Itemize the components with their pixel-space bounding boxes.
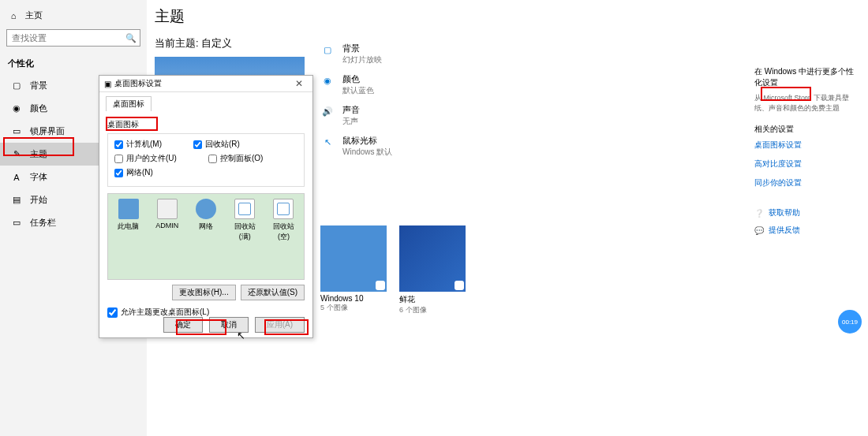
- get-help-link[interactable]: ❔获取帮助: [754, 207, 859, 218]
- network-icon: [196, 199, 216, 219]
- feedback-link[interactable]: 💬提供反馈: [754, 225, 859, 236]
- right-desc: 从 Microsoft Store 下载兼具壁纸、声音和颜色的免费主题: [754, 93, 859, 113]
- current-theme-label: 当前主题: 自定义: [155, 33, 868, 57]
- link-desktop-icons[interactable]: 桌面图标设置: [754, 140, 859, 151]
- desktop-icon-settings-dialog: ▣ 桌面图标设置 ✕ 桌面图标 桌面图标 计算机(M) 回收站(R) 用户的文件…: [99, 75, 313, 338]
- search-box[interactable]: 🔍: [6, 29, 140, 47]
- preview-this-pc[interactable]: 此电脑: [114, 199, 142, 232]
- opt-cursor[interactable]: ↖鼠标光标Windows 默认: [320, 135, 392, 158]
- opt-sound[interactable]: 🔊声音无声: [320, 104, 392, 127]
- link-sync[interactable]: 同步你的设置: [754, 177, 859, 188]
- related-settings-label: 相关的设置: [754, 124, 859, 135]
- taskbar-icon: ▭: [11, 218, 22, 229]
- image-icon: ▢: [320, 43, 335, 57]
- dialog-close-button[interactable]: ✕: [290, 78, 308, 89]
- theme-thumb: [399, 225, 466, 292]
- recycle-empty-icon: [273, 199, 294, 219]
- restore-defaults-button[interactable]: 还原默认值(S): [241, 285, 305, 300]
- dialog-footer: 确定 取消 应用(A): [163, 317, 305, 333]
- page-title: 主题: [155, 3, 868, 33]
- recording-timer: 00:19: [838, 310, 862, 334]
- chk-recycle[interactable]: 回收站(R): [193, 139, 240, 150]
- tab-desktop-icons[interactable]: 桌面图标: [106, 96, 152, 111]
- preview-network[interactable]: 网络: [192, 199, 219, 232]
- user-folder-icon: [157, 199, 178, 219]
- link-high-contrast[interactable]: 高对比度设置: [754, 158, 859, 170]
- dialog-title-text: 桌面图标设置: [114, 78, 162, 89]
- allow-theme-change[interactable]: 允许主题更改桌面图标(L): [107, 307, 305, 318]
- recycle-full-icon: [234, 199, 255, 219]
- theme-options: ▢背景幻灯片放映 ◉颜色默认蓝色 🔊声音无声 ↖鼠标光标Windows 默认: [320, 43, 392, 166]
- chk-computer[interactable]: 计算机(M): [114, 139, 162, 150]
- image-icon: ▢: [11, 80, 22, 91]
- sound-icon: 🔊: [320, 104, 335, 118]
- theme-card-flowers[interactable]: 鲜花6 个图像: [399, 225, 466, 315]
- help-icon: ❔: [754, 209, 764, 218]
- cancel-button[interactable]: 取消: [209, 317, 249, 333]
- feedback-icon: 💬: [754, 226, 764, 235]
- font-icon: A: [11, 172, 22, 183]
- theme-icon: ✎: [11, 149, 22, 160]
- apply-button[interactable]: 应用(A): [255, 317, 305, 333]
- computer-icon: [118, 199, 139, 219]
- chk-network[interactable]: 网络(N): [114, 167, 153, 178]
- preview-admin[interactable]: ADMIN: [153, 199, 181, 229]
- right-title: 在 Windows 中进行更多个性化设置: [754, 66, 859, 88]
- lock-icon: ▭: [11, 126, 22, 137]
- change-icon-button[interactable]: 更改图标(H)...: [172, 285, 235, 300]
- group-label: 桌面图标: [107, 119, 305, 130]
- theme-card-windows10[interactable]: Windows 105 个图像: [320, 225, 387, 315]
- color-icon: ◉: [320, 73, 335, 88]
- chk-userfiles[interactable]: 用户的文件(U): [114, 153, 177, 164]
- ok-button[interactable]: 确定: [163, 317, 203, 333]
- checkbox-group: 计算机(M) 回收站(R) 用户的文件(U) 控制面板(O) 网络(N): [107, 133, 305, 187]
- theme-thumb: [320, 225, 387, 292]
- opt-background[interactable]: ▢背景幻灯片放映: [320, 43, 392, 65]
- preview-bin-empty[interactable]: 回收站(空): [270, 199, 297, 242]
- section-title: 个性化: [0, 51, 147, 74]
- search-input[interactable]: [12, 33, 125, 43]
- dialog-app-icon: ▣: [104, 80, 111, 88]
- opt-color[interactable]: ◉颜色默认蓝色: [320, 73, 392, 96]
- dialog-titlebar: ▣ 桌面图标设置 ✕: [99, 76, 312, 92]
- palette-icon: ◉: [11, 103, 22, 114]
- home-link[interactable]: ⌂ 主页: [0, 6, 147, 24]
- cursor-icon: ↖: [320, 135, 335, 149]
- icon-preview: 此电脑 ADMIN 网络 回收站(满) 回收站(空): [107, 193, 305, 280]
- chk-control[interactable]: 控制面板(O): [208, 153, 263, 164]
- theme-cards: Windows 105 个图像 鲜花6 个图像: [320, 225, 466, 315]
- dialog-tabs: 桌面图标: [99, 92, 312, 111]
- right-pane: 在 Windows 中进行更多个性化设置 从 Microsoft Store 下…: [754, 66, 859, 242]
- preview-bin-full[interactable]: 回收站(满): [231, 199, 259, 242]
- search-icon: 🔍: [125, 33, 135, 43]
- home-label: 主页: [25, 9, 43, 21]
- home-icon: ⌂: [8, 10, 19, 21]
- start-icon: ▤: [11, 195, 22, 206]
